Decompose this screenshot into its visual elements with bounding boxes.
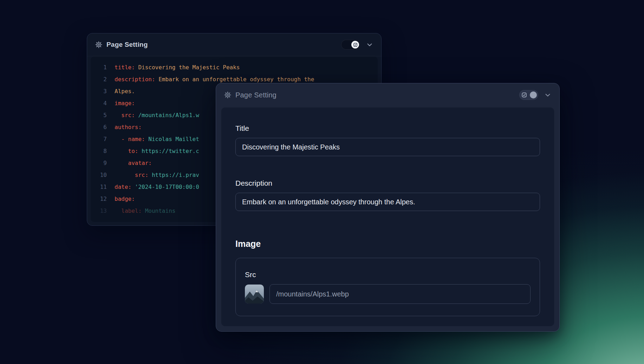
line-number: 3 xyxy=(91,85,107,97)
page-setting-form-panel: Page Setting Title Description xyxy=(216,83,560,332)
chevron-down-icon[interactable] xyxy=(366,41,373,49)
chevron-down-icon[interactable] xyxy=(544,91,552,99)
image-fields-group: Src xyxy=(235,258,540,316)
mountain-photo-icon xyxy=(245,285,264,304)
line-number: 9 xyxy=(91,157,107,169)
header-actions xyxy=(519,90,552,100)
src-field-row xyxy=(245,284,531,304)
code-text: src: https://i.prav xyxy=(115,169,199,181)
form-panel-header: Page Setting xyxy=(216,83,559,107)
code-text: date: '2024-10-17T00:00:0 xyxy=(115,181,199,193)
toggle-knob xyxy=(530,91,537,98)
title-label: Title xyxy=(235,124,540,133)
line-number: 13 xyxy=(91,205,107,217)
description-input[interactable] xyxy=(235,193,540,211)
line-number: 12 xyxy=(91,193,107,205)
line-number: 11 xyxy=(91,181,107,193)
toggle-knob xyxy=(351,41,359,49)
code-text: src: /mountains/Alps1.w xyxy=(115,109,199,121)
code-text: Alpes. xyxy=(115,85,135,97)
image-thumbnail[interactable] xyxy=(245,285,264,304)
line-number: 5 xyxy=(91,109,107,121)
line-number: 10 xyxy=(91,169,107,181)
line-number: 1 xyxy=(91,62,107,74)
line-number: 6 xyxy=(91,121,107,133)
page-setting-form: Title Description Image Src xyxy=(221,107,554,326)
code-text: authors: xyxy=(115,121,142,133)
line-number: 2 xyxy=(91,74,107,85)
mode-icon xyxy=(353,43,358,47)
image-section-heading: Image xyxy=(235,238,540,249)
code-line: 1title: Discovering the Majestic Peaks xyxy=(91,62,378,74)
panel-title: Page Setting xyxy=(106,41,148,49)
description-label: Description xyxy=(235,179,540,188)
code-text: - name: Nicolas Maillet xyxy=(115,133,199,145)
code-text: avatar: xyxy=(115,157,152,169)
code-view-toggle[interactable] xyxy=(341,40,360,50)
line-number: 8 xyxy=(91,145,107,157)
code-text: to: https://twitter.c xyxy=(115,145,199,157)
gear-icon xyxy=(224,91,232,99)
gear-icon xyxy=(95,41,103,49)
line-number: 4 xyxy=(91,97,107,109)
panel-title: Page Setting xyxy=(235,91,277,99)
page-background: { "theme": { "background": "#070c20", "g… xyxy=(0,0,644,364)
header-actions xyxy=(341,40,373,50)
code-panel-header: Page Setting xyxy=(87,33,381,56)
code-text: label: Mountains xyxy=(115,205,175,217)
code-text: title: Discovering the Majestic Peaks xyxy=(115,62,240,74)
code-text: badge: xyxy=(115,193,135,205)
code-view-toggle[interactable] xyxy=(519,90,538,100)
src-label: Src xyxy=(245,270,531,279)
code-text: image: xyxy=(115,97,135,109)
line-number: 7 xyxy=(91,133,107,145)
src-input[interactable] xyxy=(269,284,531,304)
mode-icon xyxy=(521,92,527,98)
title-input[interactable] xyxy=(235,138,540,156)
